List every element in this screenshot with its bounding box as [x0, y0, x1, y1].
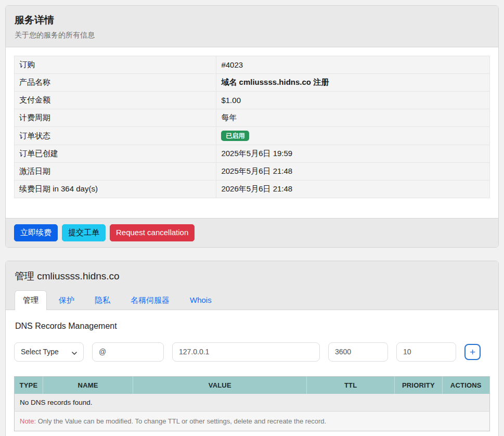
column-header-name: NAME — [43, 376, 133, 394]
row-value: 域名 cmliussss.hidns.co 注册 — [216, 74, 490, 92]
column-header-type: TYPE — [15, 376, 43, 394]
row-label: 产品名称 — [15, 74, 216, 92]
status-badge: 已启用 — [221, 131, 249, 141]
row-value: 2026年5月6日 21:48 — [216, 181, 490, 198]
submit-ticket-button[interactable]: 提交工单 — [62, 224, 106, 241]
service-details-table: 订购 #4023 产品名称 域名 cmliussss.hidns.co 注册 支… — [14, 56, 490, 198]
row-label: 订单状态 — [15, 127, 216, 145]
table-row-amount-paid: 支付金额 $1.00 — [15, 92, 490, 109]
row-value: 2025年5月6日 19:59 — [216, 145, 490, 163]
row-value: $1.00 — [216, 92, 490, 109]
row-value: 已启用 — [216, 127, 490, 145]
renew-now-button[interactable]: 立即续费 — [14, 224, 58, 241]
manage-card-body: DNS Records Management Select Type + TYP… — [6, 310, 498, 436]
manage-card-title: 管理 cmliussss.hidns.co — [15, 270, 489, 283]
record-type-select-label: Select Type — [21, 348, 59, 356]
table-row-billing-cycle: 计费周期 每年 — [15, 109, 490, 127]
record-ttl-input[interactable] — [328, 342, 388, 362]
service-details-card: 服务详情 关于您的服务的所有信息 订购 #4023 产品名称 域名 cmlius… — [5, 5, 499, 248]
row-label: 支付金额 — [15, 92, 216, 109]
record-type-select[interactable]: Select Type — [14, 342, 84, 362]
column-header-actions: ACTIONS — [442, 376, 489, 394]
table-row-activation-date: 激活日期 2025年5月6日 21:48 — [15, 163, 490, 181]
service-card-body: 订购 #4023 产品名称 域名 cmliussss.hidns.co 注册 支… — [6, 47, 498, 218]
row-label: 订单已创建 — [15, 145, 216, 163]
page-title: 服务详情 — [15, 14, 489, 27]
column-header-ttl: TTL — [307, 376, 395, 394]
row-label: 订购 — [15, 56, 216, 74]
dns-note: Note: Only the Value can be modified. To… — [15, 411, 490, 431]
record-name-input[interactable] — [92, 342, 164, 362]
dns-section-heading: DNS Records Management — [15, 322, 490, 331]
dns-note-row: Note: Only the Value can be modified. To… — [15, 411, 490, 431]
row-value: 2025年5月6日 21:48 — [216, 163, 490, 181]
chevron-down-icon — [72, 349, 77, 354]
tab-manage[interactable]: 管理 — [15, 290, 47, 310]
tab-privacy[interactable]: 隐私 — [86, 290, 119, 310]
table-row-renewal-date: 续费日期 in 364 day(s) 2026年5月6日 21:48 — [15, 181, 490, 198]
table-row-product-name: 产品名称 域名 cmliussss.hidns.co 注册 — [15, 74, 490, 92]
table-row-order-created: 订单已创建 2025年5月6日 19:59 — [15, 145, 490, 163]
request-cancellation-button[interactable]: Request cancellation — [110, 224, 195, 241]
dns-empty-row: No DNS records found. — [15, 394, 490, 412]
row-label: 激活日期 — [15, 163, 216, 181]
plus-icon: + — [470, 347, 475, 357]
dns-add-record-form: Select Type + — [14, 342, 490, 362]
tab-protection[interactable]: 保护 — [50, 290, 83, 310]
manage-domain-card: 管理 cmliussss.hidns.co 管理 保护 隐私 名稱伺服器 Who… — [5, 261, 499, 436]
row-value: 每年 — [216, 109, 490, 127]
page-subtitle: 关于您的服务的所有信息 — [15, 31, 489, 40]
tab-whois[interactable]: Whois — [182, 290, 220, 310]
tab-nameservers[interactable]: 名稱伺服器 — [122, 290, 178, 310]
manage-card-header: 管理 cmliussss.hidns.co 管理 保护 隐私 名稱伺服器 Who… — [6, 261, 498, 310]
manage-tabs: 管理 保护 隐私 名稱伺服器 Whois — [15, 290, 489, 310]
note-label: Note: — [20, 417, 36, 425]
dns-table-header-row: TYPE NAME VALUE TTL PRIORITY ACTIONS — [15, 376, 490, 394]
column-header-value: VALUE — [133, 376, 307, 394]
record-priority-input[interactable] — [396, 342, 456, 362]
row-value: #4023 — [216, 56, 490, 74]
row-label: 计费周期 — [15, 109, 216, 127]
add-record-button[interactable]: + — [464, 344, 481, 360]
dns-records-table: TYPE NAME VALUE TTL PRIORITY ACTIONS No … — [14, 376, 490, 431]
row-label: 续费日期 in 364 day(s) — [15, 181, 216, 198]
column-header-priority: PRIORITY — [395, 376, 442, 394]
note-text: Only the Value can be modified. To chang… — [36, 417, 326, 425]
service-card-header: 服务详情 关于您的服务的所有信息 — [6, 6, 498, 47]
record-value-input[interactable] — [172, 342, 320, 362]
service-card-footer: 立即续费 提交工单 Request cancellation — [6, 218, 498, 247]
dns-empty-message: No DNS records found. — [15, 394, 490, 412]
table-row-order-id: 订购 #4023 — [15, 56, 490, 74]
table-row-order-status: 订单状态 已启用 — [15, 127, 490, 145]
